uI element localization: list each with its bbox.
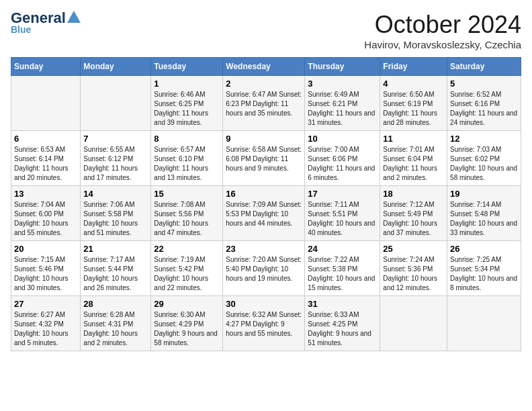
day-info: Sunrise: 7:03 AM Sunset: 6:02 PM Dayligh… (450, 145, 518, 183)
calendar-day-cell: 7Sunrise: 6:55 AM Sunset: 6:12 PM Daylig… (81, 131, 151, 186)
day-info: Sunrise: 6:49 AM Sunset: 6:21 PM Dayligh… (308, 90, 377, 128)
day-info: Sunrise: 6:55 AM Sunset: 6:12 PM Dayligh… (83, 145, 148, 183)
day-number: 19 (450, 189, 518, 199)
day-number: 24 (308, 244, 377, 254)
logo-blue: Blue (11, 24, 31, 35)
day-info: Sunrise: 6:53 AM Sunset: 6:14 PM Dayligh… (14, 145, 77, 183)
calendar-week-row: 1Sunrise: 6:46 AM Sunset: 6:25 PM Daylig… (11, 76, 521, 131)
day-number: 13 (14, 189, 77, 199)
calendar-header-row: SundayMondayTuesdayWednesdayThursdayFrid… (11, 58, 521, 76)
calendar-day-cell: 27Sunrise: 6:27 AM Sunset: 4:32 PM Dayli… (11, 296, 81, 351)
calendar-day-cell: 21Sunrise: 7:17 AM Sunset: 5:44 PM Dayli… (81, 241, 151, 296)
logo: General Blue (11, 11, 81, 35)
day-info: Sunrise: 6:32 AM Sunset: 4:27 PM Dayligh… (226, 310, 302, 338)
day-number: 22 (154, 244, 220, 254)
day-number: 14 (83, 189, 148, 199)
calendar-day-cell: 31Sunrise: 6:33 AM Sunset: 4:25 PM Dayli… (305, 296, 380, 351)
calendar-week-row: 20Sunrise: 7:15 AM Sunset: 5:46 PM Dayli… (11, 241, 521, 296)
day-info: Sunrise: 6:27 AM Sunset: 4:32 PM Dayligh… (14, 310, 77, 348)
calendar-day-cell: 5Sunrise: 6:52 AM Sunset: 6:16 PM Daylig… (447, 76, 521, 131)
calendar-day-cell: 25Sunrise: 7:24 AM Sunset: 5:36 PM Dayli… (380, 241, 447, 296)
svg-marker-0 (67, 11, 81, 23)
calendar-day-cell: 14Sunrise: 7:06 AM Sunset: 5:58 PM Dayli… (81, 186, 151, 241)
day-number: 18 (383, 189, 444, 199)
day-info: Sunrise: 6:52 AM Sunset: 6:16 PM Dayligh… (450, 90, 518, 128)
calendar-day-cell: 17Sunrise: 7:11 AM Sunset: 5:51 PM Dayli… (305, 186, 380, 241)
day-of-week-header: Sunday (11, 58, 81, 76)
title-section: October 2024 Havirov, Moravskoslezsky, C… (364, 11, 521, 50)
day-info: Sunrise: 7:22 AM Sunset: 5:38 PM Dayligh… (308, 255, 377, 293)
day-of-week-header: Tuesday (151, 58, 223, 76)
day-of-week-header: Saturday (447, 58, 521, 76)
calendar-day-cell (81, 76, 151, 131)
day-number: 20 (14, 244, 77, 254)
calendar-day-cell (380, 296, 447, 351)
day-number: 8 (154, 134, 220, 144)
page-header: General Blue October 2024 Havirov, Morav… (11, 11, 521, 50)
calendar-day-cell: 2Sunrise: 6:47 AM Sunset: 6:23 PM Daylig… (223, 76, 305, 131)
calendar-day-cell: 3Sunrise: 6:49 AM Sunset: 6:21 PM Daylig… (305, 76, 380, 131)
calendar-day-cell: 9Sunrise: 6:58 AM Sunset: 6:08 PM Daylig… (223, 131, 305, 186)
day-of-week-header: Wednesday (223, 58, 305, 76)
day-number: 30 (226, 299, 302, 309)
day-number: 27 (14, 299, 77, 309)
day-info: Sunrise: 7:24 AM Sunset: 5:36 PM Dayligh… (383, 255, 444, 293)
day-number: 4 (383, 79, 444, 89)
day-number: 26 (450, 244, 518, 254)
calendar-week-row: 6Sunrise: 6:53 AM Sunset: 6:14 PM Daylig… (11, 131, 521, 186)
day-number: 28 (83, 299, 148, 309)
day-number: 21 (83, 244, 148, 254)
day-info: Sunrise: 7:11 AM Sunset: 5:51 PM Dayligh… (308, 200, 377, 238)
day-info: Sunrise: 6:33 AM Sunset: 4:25 PM Dayligh… (308, 310, 377, 348)
day-number: 25 (383, 244, 444, 254)
location: Havirov, Moravskoslezsky, Czechia (364, 39, 521, 50)
day-number: 3 (308, 79, 377, 89)
calendar-day-cell: 18Sunrise: 7:12 AM Sunset: 5:49 PM Dayli… (380, 186, 447, 241)
day-info: Sunrise: 7:14 AM Sunset: 5:48 PM Dayligh… (450, 200, 518, 238)
day-of-week-header: Monday (81, 58, 151, 76)
logo-icon (67, 11, 81, 23)
day-info: Sunrise: 7:04 AM Sunset: 6:00 PM Dayligh… (14, 200, 77, 238)
calendar-day-cell: 24Sunrise: 7:22 AM Sunset: 5:38 PM Dayli… (305, 241, 380, 296)
day-number: 5 (450, 79, 518, 89)
month-title: October 2024 (364, 11, 521, 39)
calendar-day-cell: 16Sunrise: 7:09 AM Sunset: 5:53 PM Dayli… (223, 186, 305, 241)
day-number: 6 (14, 134, 77, 144)
day-number: 10 (308, 134, 377, 144)
calendar-day-cell: 22Sunrise: 7:19 AM Sunset: 5:42 PM Dayli… (151, 241, 223, 296)
calendar-day-cell: 6Sunrise: 6:53 AM Sunset: 6:14 PM Daylig… (11, 131, 81, 186)
day-info: Sunrise: 7:08 AM Sunset: 5:56 PM Dayligh… (154, 200, 220, 238)
day-info: Sunrise: 7:01 AM Sunset: 6:04 PM Dayligh… (383, 145, 444, 183)
calendar-day-cell: 11Sunrise: 7:01 AM Sunset: 6:04 PM Dayli… (380, 131, 447, 186)
day-number: 15 (154, 189, 220, 199)
calendar-day-cell (11, 76, 81, 131)
day-of-week-header: Friday (380, 58, 447, 76)
calendar-day-cell: 12Sunrise: 7:03 AM Sunset: 6:02 PM Dayli… (447, 131, 521, 186)
day-info: Sunrise: 7:15 AM Sunset: 5:46 PM Dayligh… (14, 255, 77, 293)
calendar-day-cell: 10Sunrise: 7:00 AM Sunset: 6:06 PM Dayli… (305, 131, 380, 186)
calendar-day-cell: 30Sunrise: 6:32 AM Sunset: 4:27 PM Dayli… (223, 296, 305, 351)
day-info: Sunrise: 7:06 AM Sunset: 5:58 PM Dayligh… (83, 200, 148, 238)
calendar-day-cell: 20Sunrise: 7:15 AM Sunset: 5:46 PM Dayli… (11, 241, 81, 296)
day-of-week-header: Thursday (305, 58, 380, 76)
day-info: Sunrise: 7:09 AM Sunset: 5:53 PM Dayligh… (226, 200, 302, 228)
calendar-day-cell: 4Sunrise: 6:50 AM Sunset: 6:19 PM Daylig… (380, 76, 447, 131)
day-info: Sunrise: 7:17 AM Sunset: 5:44 PM Dayligh… (83, 255, 148, 293)
calendar-week-row: 27Sunrise: 6:27 AM Sunset: 4:32 PM Dayli… (11, 296, 521, 351)
day-info: Sunrise: 7:00 AM Sunset: 6:06 PM Dayligh… (308, 145, 377, 183)
calendar-day-cell (447, 296, 521, 351)
day-info: Sunrise: 6:57 AM Sunset: 6:10 PM Dayligh… (154, 145, 220, 183)
day-number: 29 (154, 299, 220, 309)
day-info: Sunrise: 7:25 AM Sunset: 5:34 PM Dayligh… (450, 255, 518, 293)
calendar-day-cell: 23Sunrise: 7:20 AM Sunset: 5:40 PM Dayli… (223, 241, 305, 296)
calendar-body: 1Sunrise: 6:46 AM Sunset: 6:25 PM Daylig… (11, 76, 521, 351)
calendar-day-cell: 26Sunrise: 7:25 AM Sunset: 5:34 PM Dayli… (447, 241, 521, 296)
day-info: Sunrise: 7:12 AM Sunset: 5:49 PM Dayligh… (383, 200, 444, 238)
calendar-day-cell: 28Sunrise: 6:28 AM Sunset: 4:31 PM Dayli… (81, 296, 151, 351)
day-info: Sunrise: 7:19 AM Sunset: 5:42 PM Dayligh… (154, 255, 220, 293)
day-info: Sunrise: 6:58 AM Sunset: 6:08 PM Dayligh… (226, 145, 302, 173)
day-number: 23 (226, 244, 302, 254)
logo-general: General (11, 11, 66, 26)
calendar-day-cell: 8Sunrise: 6:57 AM Sunset: 6:10 PM Daylig… (151, 131, 223, 186)
calendar-day-cell: 19Sunrise: 7:14 AM Sunset: 5:48 PM Dayli… (447, 186, 521, 241)
